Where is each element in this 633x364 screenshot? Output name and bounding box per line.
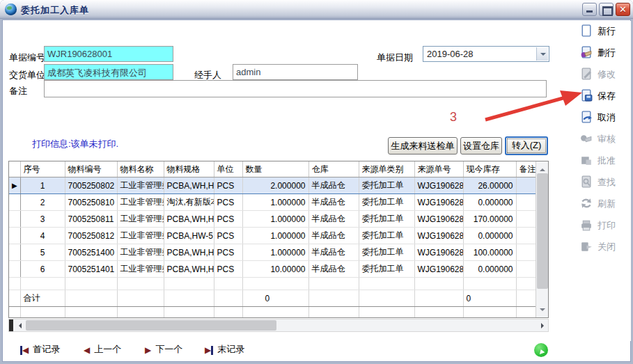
table-cell[interactable]: 委托加工单 [359, 211, 414, 228]
table-cell[interactable]: 工业非管理类 [117, 228, 164, 244]
table-row[interactable]: 27005250810工业非管理类淘汰,有新版本PCS1.000000半成品仓委… [9, 194, 537, 211]
nav-next-record[interactable]: ▶下一个 [145, 343, 182, 357]
set-warehouse-button[interactable]: 设置仓库 [460, 137, 502, 155]
table-cell[interactable]: 7005251401 [65, 261, 117, 278]
column-header[interactable]: 来源单号 [414, 161, 463, 177]
table-cell[interactable]: 工业非管理类 [117, 211, 164, 228]
table-cell[interactable]: WJG190628 [414, 228, 463, 244]
table-cell[interactable]: 委托加工单 [359, 244, 414, 261]
table-cell[interactable]: 2.000000 [242, 177, 308, 194]
nav-first-record[interactable]: ◀首记录 [20, 343, 60, 357]
table-cell[interactable]: 7005250811 [65, 211, 117, 228]
table-cell[interactable]: 170.00000 [463, 211, 516, 228]
nav-previous-record[interactable]: ◀上一个 [84, 343, 121, 357]
table-cell[interactable]: PCBA,HW-5 [164, 228, 214, 244]
column-header[interactable]: 现今库存 [463, 161, 516, 177]
minimize-button[interactable] [582, 3, 597, 16]
horizontal-scroll-thumb[interactable] [26, 320, 276, 331]
table-cell[interactable]: 0.000000 [463, 228, 516, 244]
column-header[interactable]: 数量 [242, 161, 308, 177]
column-header[interactable]: 物料规格 [164, 161, 214, 177]
table-cell[interactable]: 委托加工单 [359, 194, 414, 211]
table-cell[interactable]: 0.000000 [463, 261, 516, 278]
table-cell[interactable]: 7005250812 [65, 228, 117, 244]
table-cell[interactable]: WJG190628 [414, 244, 463, 261]
chevron-down-icon[interactable] [536, 47, 548, 61]
table-cell[interactable]: WJG190628 [414, 177, 463, 194]
horizontal-scrollbar[interactable] [8, 319, 549, 332]
table-cell[interactable]: 7005251400 [65, 244, 117, 261]
table-cell[interactable]: 7005250802 [65, 177, 117, 194]
table-cell[interactable] [516, 177, 537, 194]
table-cell[interactable]: 100.00000 [463, 244, 516, 261]
table-row[interactable]: ▶17005250802工业非管理类PCBA,WH,HPCS2.000000半成… [9, 177, 537, 194]
remark-field[interactable] [44, 80, 547, 97]
close-button[interactable]: ✕ [616, 3, 630, 16]
table-cell[interactable]: 6 [20, 261, 65, 278]
handler-field[interactable]: admin [233, 64, 358, 80]
table-cell[interactable]: 1.000000 [242, 211, 308, 228]
scroll-right-icon[interactable] [536, 319, 548, 331]
column-header[interactable]: 来源单类别 [359, 161, 414, 177]
table-cell[interactable]: PCS [214, 228, 242, 244]
table-cell[interactable]: 10.00000 [242, 261, 308, 278]
table-cell[interactable]: PCS [214, 177, 242, 194]
table-cell[interactable]: 1 [20, 177, 65, 194]
table-cell[interactable] [516, 194, 537, 211]
vertical-scrollbar[interactable] [536, 161, 548, 317]
table-cell[interactable]: PCS [214, 261, 242, 278]
table-cell[interactable]: 5 [20, 244, 65, 261]
table-cell[interactable]: 委托加工单 [359, 177, 414, 194]
table-row[interactable]: 47005250812工业非管理类PCBA,HW-5PCS1.000000半成品… [9, 228, 537, 244]
table-cell[interactable]: 1.000000 [242, 194, 308, 211]
table-cell[interactable]: 4 [20, 228, 65, 244]
column-header[interactable]: 物料名称 [117, 161, 164, 177]
table-cell[interactable]: PCS [214, 211, 242, 228]
table-cell[interactable]: 半成品仓 [308, 177, 359, 194]
column-header[interactable]: 仓库 [308, 161, 359, 177]
table-cell[interactable]: 1.000000 [242, 244, 308, 261]
table-cell[interactable]: 半成品仓 [308, 211, 359, 228]
scroll-left-icon[interactable] [13, 319, 25, 331]
table-cell[interactable] [516, 228, 537, 244]
table-cell[interactable]: PCS [214, 194, 242, 211]
table-cell[interactable]: 委托加工单 [359, 228, 414, 244]
maximize-button[interactable] [599, 3, 614, 16]
items-grid[interactable]: 序号物料编号物料名称物料规格单位数量仓库来源单类别来源单号现今库存备注 ▶170… [8, 161, 549, 318]
toolbar-button-cancel[interactable]: 取消 [577, 109, 630, 125]
table-cell[interactable]: 工业非管理类 [117, 261, 164, 278]
table-cell[interactable]: PCBA,WH,H [164, 177, 214, 194]
table-cell[interactable]: 半成品仓 [308, 261, 359, 278]
column-header[interactable]: 单位 [214, 161, 242, 177]
table-cell[interactable]: 委托加工单 [359, 261, 414, 278]
table-cell[interactable]: WJG190628 [414, 194, 463, 211]
table-cell[interactable]: 1.000000 [242, 228, 308, 244]
column-header[interactable]: 备注 [516, 161, 537, 177]
table-cell[interactable]: 淘汰,有新版本 [164, 194, 214, 211]
table-row[interactable]: 57005251400工业非管理类PCBA,WH,HPCS1.000000半成品… [9, 244, 537, 261]
toolbar-button-save[interactable]: 保存 [577, 87, 630, 104]
toolbar-button-delete-row[interactable]: 删行 [577, 44, 630, 61]
transfer-in-button[interactable]: 转入(Z) [505, 136, 548, 155]
table-cell[interactable]: 7005250810 [65, 194, 117, 211]
doc-date-combo[interactable]: 2019-06-28 [423, 46, 549, 62]
generate-inspection-button[interactable]: 生成来料送检单 [388, 137, 458, 155]
table-cell[interactable]: PCS [214, 244, 242, 261]
table-row[interactable]: 67005251401工业非管理类PCBA,WH,HPCS10.00000半成品… [9, 261, 537, 278]
table-cell[interactable]: 半成品仓 [308, 194, 359, 211]
titlebar[interactable]: 委托加工入库单 ✕ [0, 0, 633, 19]
supplier-field[interactable]: 成都英飞凌科技有限公司 [44, 64, 173, 80]
table-cell[interactable]: 工业非管理类 [117, 194, 164, 211]
table-cell[interactable]: WJG190628 [414, 261, 463, 278]
table-row[interactable]: 37005250811工业非管理类PCBA,WH,HPCS1.000000半成品… [9, 211, 537, 228]
table-cell[interactable]: 工业非管理类 [117, 177, 164, 194]
table-cell[interactable] [516, 261, 537, 278]
table-cell[interactable]: 3 [20, 211, 65, 228]
scroll-down-icon[interactable] [536, 306, 549, 317]
table-cell[interactable]: 2 [20, 194, 65, 211]
table-cell[interactable]: 26.00000 [463, 177, 516, 194]
table-cell[interactable] [516, 244, 537, 261]
column-header[interactable]: 物料编号 [65, 161, 117, 177]
table-cell[interactable]: PCBA,WH,H [164, 261, 214, 278]
scroll-up-icon[interactable] [536, 161, 549, 173]
